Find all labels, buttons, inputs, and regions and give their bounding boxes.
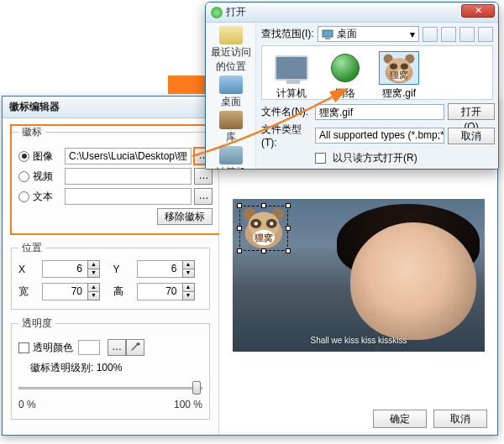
svg-text:狸窝: 狸窝 (389, 70, 408, 80)
radio-video-label: 视频 (33, 170, 65, 184)
label-x: X (18, 264, 37, 275)
svg-rect-10 (323, 30, 333, 37)
readonly-label: 以只读方式打开(R) (333, 151, 417, 165)
file-list[interactable]: 计算机 网络 狸窝 (261, 45, 493, 100)
filetype-label: 文件类型(T): (261, 123, 312, 149)
filetype-select[interactable]: All supported types (*.bmp;*.jpg;*.jp ▾ (315, 128, 444, 144)
slider-thumb[interactable] (192, 381, 201, 394)
nav-back-button[interactable] (423, 27, 438, 42)
w-up[interactable]: ▲ (87, 283, 100, 291)
file-item-network[interactable]: 网络 (321, 51, 370, 94)
readonly-checkbox[interactable] (315, 153, 326, 164)
badge-overlay[interactable]: 狸窝 (239, 206, 288, 251)
raccoon-icon: 狸窝 (381, 52, 417, 84)
place-computer[interactable]: 计算机 (216, 146, 246, 169)
radio-text[interactable] (18, 191, 29, 202)
place-recent[interactable]: 最近访问的位置 (206, 26, 255, 74)
transparent-color-checkbox[interactable] (18, 342, 29, 353)
svg-text:狸窝: 狸窝 (254, 232, 273, 243)
transparency-legend: 透明度 (18, 316, 55, 331)
lookin-label: 查找范围(I): (261, 27, 314, 41)
eyedropper-icon (129, 342, 141, 353)
open-cancel-button[interactable]: 取消 (448, 128, 495, 144)
places-bar: 最近访问的位置 桌面 库 计算机 网络 (206, 23, 256, 169)
open-dialog-icon (211, 7, 223, 18)
label-y: Y (113, 264, 132, 275)
preview-subtitle: Shall we kiss kiss kisskiss (233, 336, 485, 345)
value-w[interactable]: 70 (42, 283, 87, 300)
file-item-raccoon[interactable]: 狸窝 狸窝.gif (375, 51, 423, 94)
label-h: 高 (113, 285, 132, 299)
video-path-input[interactable] (65, 168, 192, 185)
position-legend: 位置 (18, 241, 45, 255)
filename-input[interactable]: 狸窝.gif (315, 104, 444, 120)
svg-point-17 (401, 64, 408, 70)
background-accent (168, 76, 205, 94)
color-more-button[interactable]: … (108, 339, 126, 356)
text-input[interactable] (65, 188, 192, 205)
svg-rect-11 (325, 38, 330, 39)
svg-point-7 (270, 222, 273, 225)
transparency-group: 透明度 透明颜色 … 徽标透明级别: 100% 0 % 100 % (11, 316, 210, 420)
value-x[interactable]: 6 (42, 260, 87, 278)
transparent-color-swatch[interactable] (78, 340, 100, 355)
filename-label: 文件名(N): (261, 105, 312, 119)
radio-image-label: 图像 (33, 149, 65, 164)
opacity-100: 100 % (174, 399, 202, 410)
x-up[interactable]: ▲ (87, 260, 100, 269)
opacity-level-label: 徽标透明级别: 100% (30, 361, 202, 375)
text-browse-button[interactable]: … (194, 188, 213, 205)
badge-source-group: 徽标 图像 C:\Users\Lucia\Desktop\狸 … 视频 … 文本 (11, 125, 220, 234)
place-desktop[interactable]: 桌面 (219, 76, 243, 109)
h-down[interactable]: ▼ (182, 291, 195, 300)
x-down[interactable]: ▼ (87, 269, 100, 278)
editor-cancel-button[interactable]: 取消 (433, 410, 487, 428)
image-path-input[interactable]: C:\Users\Lucia\Desktop\狸 (65, 148, 192, 165)
radio-text-label: 文本 (33, 190, 65, 204)
preview-video: Shall we kiss kiss kisskiss 狸窝 (233, 199, 485, 352)
transparent-color-label: 透明颜色 (33, 341, 73, 355)
open-button[interactable]: 打开(O) (448, 103, 495, 120)
radio-image[interactable] (18, 151, 29, 162)
file-item-computer[interactable]: 计算机 (267, 51, 316, 94)
h-up[interactable]: ▲ (182, 283, 195, 291)
spinner-h[interactable]: 70 ▲▼ (137, 283, 203, 300)
value-y[interactable]: 6 (137, 260, 182, 278)
radio-video[interactable] (18, 171, 29, 182)
w-down[interactable]: ▼ (87, 291, 100, 300)
opacity-slider[interactable] (18, 380, 202, 395)
nav-newfolder-button[interactable] (459, 27, 475, 42)
value-h[interactable]: 70 (137, 283, 182, 300)
lookin-select[interactable]: 桌面 ▾ (318, 26, 419, 42)
nav-up-button[interactable] (441, 27, 456, 42)
editor-title-text: 徽标编辑器 (9, 100, 60, 114)
open-dialog: 打开 ✕ 最近访问的位置 桌面 库 计算机 网络 查找范围(I): 桌面 ▾ (205, 2, 499, 170)
remove-badge-button[interactable]: 移除徽标 (157, 208, 213, 225)
opacity-0: 0 % (18, 399, 36, 410)
svg-point-16 (390, 64, 397, 70)
video-browse-button[interactable]: … (194, 168, 213, 185)
raccoon-icon: 狸窝 (240, 206, 287, 250)
spinner-y[interactable]: 6 ▲▼ (137, 260, 203, 278)
editor-left-pane: 徽标 图像 C:\Users\Lucia\Desktop\狸 … 视频 … 文本 (3, 118, 219, 435)
editor-ok-button[interactable]: 确定 (373, 410, 427, 428)
y-down[interactable]: ▼ (182, 269, 195, 278)
spinner-w[interactable]: 70 ▲▼ (42, 283, 108, 300)
y-up[interactable]: ▲ (182, 260, 195, 269)
spinner-x[interactable]: 6 ▲▼ (42, 260, 108, 278)
open-title-text: 打开 (226, 5, 246, 19)
badge-source-legend: 徽标 (18, 125, 45, 139)
label-w: 宽 (18, 285, 37, 299)
nav-views-button[interactable] (478, 27, 493, 42)
eyedropper-button[interactable] (126, 339, 144, 356)
open-titlebar[interactable]: 打开 ✕ (206, 3, 498, 23)
desktop-icon (322, 29, 333, 39)
open-close-button[interactable]: ✕ (461, 4, 495, 18)
place-lib[interactable]: 库 (219, 111, 243, 144)
position-group: 位置 X 6 ▲▼ Y 6 ▲▼ 宽 70 ▲▼ (11, 241, 210, 310)
svg-point-6 (255, 222, 258, 225)
